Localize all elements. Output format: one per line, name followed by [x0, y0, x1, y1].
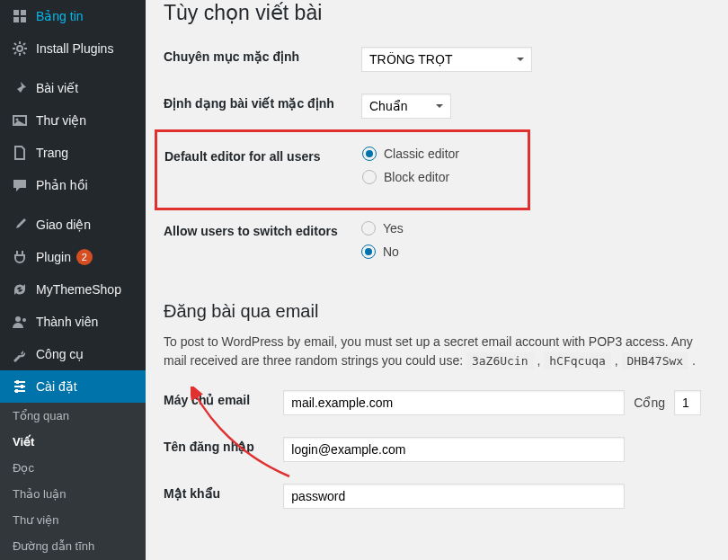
- port-label: Cổng: [634, 396, 665, 410]
- editor-classic-option[interactable]: Classic editor: [362, 147, 511, 161]
- sidebar-item-phan-hoi[interactable]: Phản hồi: [0, 169, 146, 201]
- page-icon: [11, 144, 29, 162]
- svg-rect-11: [15, 389, 18, 393]
- sidebar-item-label: Plugin: [36, 250, 71, 264]
- dashboard-icon: [11, 7, 29, 25]
- sidebar-item-label: Trang: [36, 146, 68, 160]
- default-format-select[interactable]: Chuẩn: [361, 93, 451, 119]
- svg-point-8: [22, 318, 26, 322]
- default-format-label: Định dạng bài viết mặc định: [164, 83, 361, 129]
- email-post-description: To post to WordPress by email, you must …: [164, 333, 710, 370]
- wrench-icon: [11, 345, 29, 363]
- sidebar-item-label: Giao diện: [36, 218, 91, 232]
- update-badge: 2: [76, 249, 93, 265]
- editor-classic-radio[interactable]: [362, 147, 377, 161]
- sliders-icon: [11, 378, 29, 396]
- default-category-label: Chuyên mục mặc định: [164, 36, 361, 83]
- svg-point-4: [17, 46, 22, 51]
- plug-icon: [11, 248, 29, 266]
- svg-point-7: [15, 316, 21, 322]
- gear-icon: [11, 40, 29, 58]
- editor-block-option[interactable]: Block editor: [362, 170, 511, 184]
- sidebar-item-label: Install Plugins: [36, 41, 113, 56]
- sidebar-item-thu-vien[interactable]: Thư viện: [0, 104, 146, 137]
- password-label: Mật khẩu: [164, 473, 283, 520]
- sidebar-item-label: Cài đặt: [36, 379, 77, 394]
- pin-icon: [11, 79, 29, 97]
- sidebar-item-label: Thành viên: [36, 315, 98, 329]
- users-icon: [11, 313, 29, 331]
- svg-rect-2: [13, 17, 19, 22]
- password-input[interactable]: [283, 484, 625, 509]
- port-input[interactable]: [674, 390, 701, 415]
- submenu-item[interactable]: Thư viện: [0, 507, 146, 533]
- login-label: Tên đăng nhập: [164, 426, 283, 473]
- submenu-item[interactable]: Thảo luận: [0, 481, 146, 507]
- switch-editors-label: Allow users to switch editors: [164, 210, 361, 279]
- submenu-item[interactable]: Đọc: [0, 455, 146, 481]
- default-editor-label: Default editor for all users: [164, 136, 362, 204]
- svg-rect-0: [13, 10, 19, 15]
- sidebar-item-bai-viet[interactable]: Bài viết: [0, 72, 146, 104]
- sidebar-item-cong-cu[interactable]: Công cụ: [0, 338, 146, 370]
- login-input[interactable]: [283, 437, 625, 462]
- submenu-item[interactable]: Tổng quan: [0, 403, 146, 429]
- sidebar-item-bang-tin[interactable]: Bảng tin: [0, 0, 146, 32]
- comment-icon: [11, 176, 29, 194]
- sidebar-item-label: Công cụ: [36, 347, 84, 361]
- mailserver-input[interactable]: [283, 390, 625, 415]
- switch-yes-option[interactable]: Yes: [361, 221, 701, 236]
- email-post-heading: Đăng bài qua email: [164, 301, 710, 322]
- submenu-item[interactable]: Viết: [0, 429, 146, 455]
- sidebar-item-label: Phản hồi: [36, 178, 88, 192]
- media-icon: [11, 111, 29, 129]
- editor-block-radio[interactable]: [362, 170, 377, 184]
- sidebar-item-label: Bài viết: [36, 81, 78, 95]
- submenu-item[interactable]: Đường dẫn tĩnh: [0, 533, 146, 559]
- settings-submenu: Tổng quanViếtĐọcThảo luậnThư việnĐường d…: [0, 403, 146, 560]
- sidebar-item-cai-dat[interactable]: Cài đặt: [0, 370, 146, 403]
- default-category-select[interactable]: TRỒNG TRỌT: [361, 47, 532, 72]
- default-editor-highlight: Default editor for all users Classic edi…: [155, 129, 530, 210]
- sidebar-item-thanh-vien[interactable]: Thành viên: [0, 306, 146, 338]
- sidebar-item-trang[interactable]: Trang: [0, 137, 146, 169]
- refresh-icon: [11, 280, 29, 298]
- svg-rect-1: [21, 10, 26, 15]
- switch-no-radio[interactable]: [361, 244, 376, 259]
- sidebar-item-label: Thư viện: [36, 113, 86, 128]
- sidebar-item-label: MyThemeShop: [36, 282, 121, 297]
- sidebar-item-mythemeshop[interactable]: MyThemeShop: [0, 273, 146, 306]
- brush-icon: [11, 216, 29, 234]
- switch-yes-radio[interactable]: [361, 221, 376, 236]
- svg-rect-10: [21, 385, 23, 388]
- sidebar-item-giao-dien[interactable]: Giao diện: [0, 209, 146, 241]
- sidebar-item-plugin[interactable]: Plugin2: [0, 241, 146, 273]
- sidebar-item-install-plugins[interactable]: Install Plugins: [0, 32, 146, 65]
- svg-rect-9: [16, 380, 19, 384]
- admin-sidebar: Bảng tinInstall PluginsBài viếtThư việnT…: [0, 0, 146, 560]
- page-title: Tùy chọn viết bài: [164, 0, 710, 36]
- switch-no-option[interactable]: No: [361, 244, 701, 259]
- main-content: Tùy chọn viết bài Chuyên mục mặc định TR…: [146, 0, 728, 560]
- mailserver-label: Máy chủ email: [164, 379, 283, 426]
- sidebar-item-label: Bảng tin: [36, 9, 84, 23]
- svg-rect-3: [21, 17, 26, 22]
